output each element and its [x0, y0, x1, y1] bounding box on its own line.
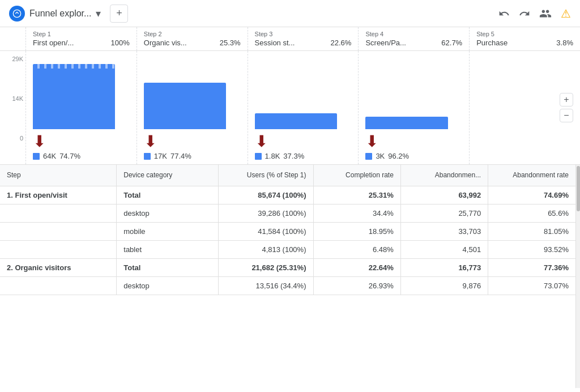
steps-header: Step 1 First open/... 100% Step 2 Organi… [0, 27, 580, 51]
bar-wrapper-4 [365, 56, 462, 129]
table-row: desktop 13,516 (34.4%) 26.93% 9,876 73.0… [0, 276, 575, 295]
cell-step: 2. Organic visitors [0, 258, 117, 276]
step-label-2: Step 2 [144, 31, 241, 37]
table-row: mobile 41,584 (100%) 18.95% 33,703 81.05… [0, 222, 575, 240]
cell-abandon-count: 4,501 [400, 240, 488, 258]
drop-info-2: 17K 77.4% [144, 152, 191, 160]
step-name-3: Session st... [255, 39, 295, 47]
cell-completion: 26.93% [313, 276, 400, 295]
bar-col-2: ⬇ 17K 77.4% [137, 51, 248, 164]
bar-wrapper-5 [476, 56, 573, 129]
drop-count-3: 1.8K [265, 152, 280, 160]
table-row: desktop 39,286 (100%) 34.4% 25,770 65.6% [0, 204, 575, 222]
step-label-4: Step 4 [365, 31, 462, 37]
cell-users: 21,682 (25.31%) [219, 258, 313, 276]
cell-completion: 25.31% [313, 186, 400, 204]
bar-wrapper-1 [33, 56, 130, 129]
step-header-5: Step 5 Purchase 3.8% [469, 27, 580, 50]
drop-arrow-4: ⬇ [365, 134, 378, 150]
col-header-step: Step [0, 165, 117, 186]
table-row: 2. Organic visitors Total 21,682 (25.31%… [0, 258, 575, 276]
svg-point-0 [13, 10, 20, 17]
bar-col-3: ⬇ 1.8K 37.3% [248, 51, 359, 164]
step-header-4: Step 4 Screen/Pa... 62.7% [358, 27, 469, 50]
step-pct-4: 62.7% [441, 39, 462, 47]
table-row: 1. First open/visit Total 85,674 (100%) … [0, 186, 575, 204]
add-tab-button[interactable]: + [110, 5, 128, 23]
bar-wrapper-3 [255, 56, 352, 129]
cell-device: desktop [117, 276, 219, 295]
cell-users: 13,516 (34.4%) [219, 276, 313, 295]
drop-pct-2: 77.4% [170, 152, 191, 160]
y-axis-bottom: 0 [2, 135, 23, 142]
warning-icon[interactable]: ⚠ [561, 7, 571, 20]
cell-completion: 6.48% [313, 240, 400, 258]
step-pct-1: 100% [111, 39, 130, 47]
bar-wrapper-2 [144, 56, 241, 129]
scrollbar[interactable] [575, 165, 580, 388]
bar-1 [33, 64, 115, 129]
bar-col-1: ⬇ 64K 74.7% [25, 51, 137, 164]
drop-row-2: ⬇ [144, 129, 157, 152]
share-icon[interactable] [539, 7, 552, 20]
cell-device: tablet [117, 240, 219, 258]
cell-users: 41,584 (100%) [219, 222, 313, 240]
table-body: 1. First open/visit Total 85,674 (100%) … [0, 186, 575, 295]
cell-users: 39,286 (100%) [219, 204, 313, 222]
drop-arrow-3: ⬇ [255, 134, 268, 150]
cell-step [0, 222, 117, 240]
drop-info-1: 64K 74.7% [33, 152, 80, 160]
cell-users: 4,813 (100%) [219, 240, 313, 258]
drop-info-3: 1.8K 37.3% [255, 152, 305, 160]
drop-pct-4: 96.2% [388, 152, 409, 160]
step-pct-2: 25.3% [220, 39, 241, 47]
drop-count-4: 3K [376, 152, 385, 160]
drop-row-1: ⬇ [33, 129, 46, 152]
cell-completion: 18.95% [313, 222, 400, 240]
drop-square-1 [33, 153, 40, 160]
bar-4 [365, 117, 447, 129]
step-pct-3: 22.6% [331, 39, 352, 47]
drop-pct-3: 37.3% [283, 152, 304, 160]
chevron-down-icon[interactable]: ▾ [96, 7, 101, 20]
cell-abandon-count: 63,992 [400, 186, 488, 204]
cell-abandon-count: 25,770 [400, 204, 488, 222]
cell-abandon-rate: 73.07% [488, 276, 575, 295]
cell-completion: 22.64% [313, 258, 400, 276]
drop-row-3: ⬇ [255, 129, 268, 152]
cell-device: Total [117, 258, 219, 276]
data-table-container: Step Device category Users (% of Step 1)… [0, 165, 575, 388]
col-header-abandon-count: Abandonmen... [400, 165, 488, 186]
col-header-device: Device category [117, 165, 219, 186]
step-pct-5: 3.8% [556, 39, 573, 47]
redo-button[interactable] [519, 8, 530, 19]
zoom-in-button[interactable]: + [560, 93, 573, 106]
cell-abandon-count: 16,773 [400, 258, 488, 276]
undo-button[interactable] [498, 8, 510, 19]
funnel-chart: Step 1 First open/... 100% Step 2 Organi… [0, 27, 580, 165]
cell-abandon-count: 9,876 [400, 276, 488, 295]
scrollbar-thumb[interactable] [577, 166, 580, 211]
app-icon [9, 6, 25, 22]
step-name-2: Organic vis... [144, 39, 187, 47]
col-header-completion: Completion rate [313, 165, 400, 186]
cell-abandon-rate: 81.05% [488, 222, 575, 240]
zoom-controls: + − [560, 93, 573, 122]
drop-square-3 [255, 153, 262, 160]
cell-abandon-rate: 93.52% [488, 240, 575, 258]
chart-bars-area: ⬇ 64K 74.7% ⬇ 17K 77.4% [25, 51, 580, 164]
drop-square-4 [365, 153, 372, 160]
table-row: tablet 4,813 (100%) 6.48% 4,501 93.52% [0, 240, 575, 258]
step-label-3: Step 3 [255, 31, 352, 37]
zoom-out-button[interactable]: − [560, 109, 573, 122]
cell-abandon-rate: 77.36% [488, 258, 575, 276]
drop-arrow-1: ⬇ [33, 134, 46, 150]
cell-abandon-rate: 65.6% [488, 204, 575, 222]
y-axis-top: 29K [2, 56, 23, 62]
y-axis: 29K 14K 0 [0, 51, 25, 164]
cell-completion: 34.4% [313, 204, 400, 222]
step-header-1: Step 1 First open/... 100% [25, 27, 137, 50]
drop-row-4: ⬇ [365, 129, 378, 152]
bar-2 [144, 83, 226, 129]
bar-col-4: ⬇ 3K 96.2% [358, 51, 469, 164]
